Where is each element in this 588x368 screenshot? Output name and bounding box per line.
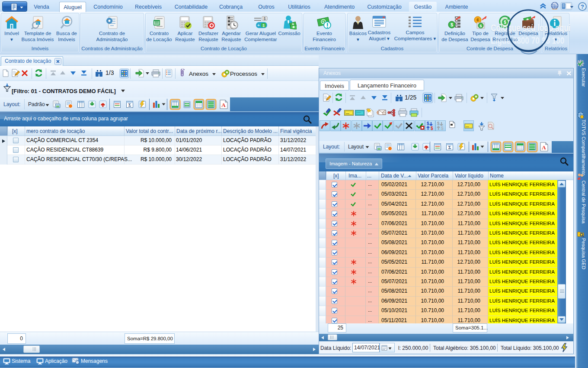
svg-text:+: + [257,23,260,28]
svg-text:?: ? [581,3,584,10]
svg-text:$: $ [479,24,482,28]
svg-text:Σ: Σ [448,145,451,150]
svg-text:$: $ [451,22,453,27]
svg-text:$: $ [427,121,429,126]
svg-text:A: A [221,102,226,108]
svg-text:Σ: Σ [128,103,131,107]
svg-text:$: $ [437,121,440,126]
svg-text:A: A [542,144,546,151]
svg-text:$: $ [263,16,265,21]
svg-text:$: $ [441,126,444,131]
svg-text:¢: ¢ [476,18,479,23]
svg-text:$: $ [262,23,265,28]
svg-text:$: $ [431,126,433,131]
